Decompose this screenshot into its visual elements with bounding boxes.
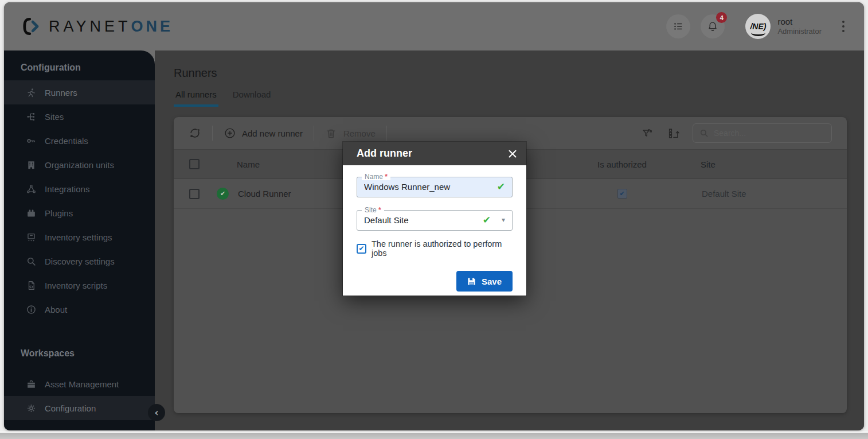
- site-field-label: Site *: [362, 207, 384, 213]
- save-button-label: Save: [482, 277, 502, 286]
- add-runner-modal: Add runner Name * ✔ Site * ✔ ▾: [343, 142, 526, 296]
- window-bottom-edge: [0, 432, 868, 439]
- modal-title: Add runner: [357, 147, 412, 160]
- modal-close-button[interactable]: [503, 145, 522, 163]
- save-floppy-icon: [467, 277, 476, 286]
- modal-body: Name * ✔ Site * ✔ ▾ ✔ The runner is auth…: [343, 165, 526, 292]
- close-icon: [508, 149, 517, 158]
- authorized-checkbox-label: The runner is authorized to perform jobs: [372, 239, 513, 258]
- name-field-group: Name * ✔: [357, 173, 513, 197]
- save-button[interactable]: Save: [456, 271, 513, 292]
- valid-check-icon: ✔: [497, 181, 505, 192]
- name-field-label: Name *: [362, 173, 390, 180]
- modal-header: Add runner: [343, 142, 526, 165]
- authorized-checkbox-row: ✔ The runner is authorized to perform jo…: [357, 239, 513, 258]
- authorized-checkbox[interactable]: ✔: [357, 244, 366, 254]
- modal-actions: Save: [357, 271, 513, 292]
- chevron-down-icon[interactable]: ▾: [502, 216, 505, 224]
- sidebar-collapse-button[interactable]: ‹: [148, 404, 165, 421]
- site-field-group: Site * ✔ ▾: [357, 207, 513, 231]
- valid-check-icon: ✔: [483, 214, 491, 226]
- desktop-background: RAYNETONE: [0, 0, 868, 439]
- name-field[interactable]: [364, 182, 497, 192]
- site-select[interactable]: [364, 215, 483, 225]
